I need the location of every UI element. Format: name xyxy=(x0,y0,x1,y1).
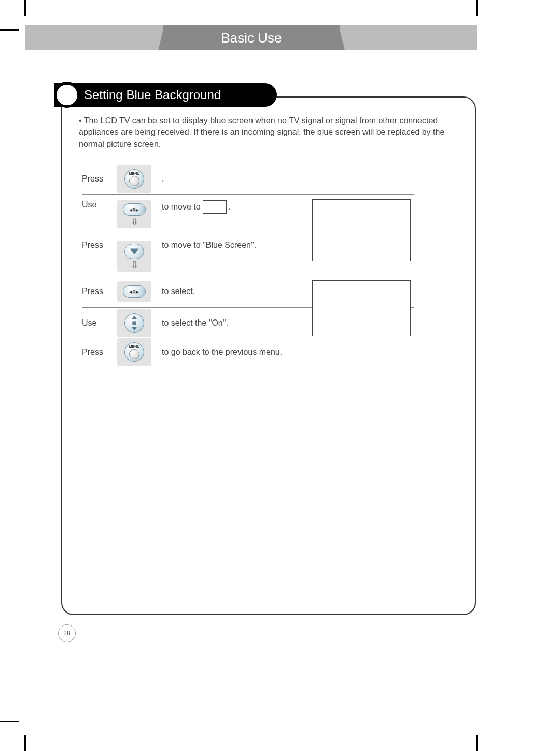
menu-button-icon xyxy=(124,169,144,189)
down-arrow-icon: ⇩ xyxy=(131,218,138,225)
step-desc: . xyxy=(229,202,231,212)
left-right-button-icon: ◂◊▸ xyxy=(123,203,146,216)
crop-mark xyxy=(0,721,19,722)
step-desc: to go back to the previous menu. xyxy=(162,347,282,357)
step-label: Press xyxy=(82,174,117,184)
steps-table: Press . Use ◂◊▸ ⇩ to move to . Press xyxy=(82,164,414,367)
header-title: Basic Use xyxy=(221,30,282,46)
down-arrow-icon: ⇩ xyxy=(131,261,138,269)
step-desc: to select the "On". xyxy=(162,318,228,328)
step-desc: to move to "Blue Screen". xyxy=(162,241,256,250)
crop-mark xyxy=(476,0,478,16)
step-desc: to move to xyxy=(162,202,201,212)
step-desc: . xyxy=(162,174,164,184)
svg-rect-3 xyxy=(132,321,136,325)
remote-button-group: ◂◊▸ ⇩ xyxy=(117,200,151,228)
down-button-icon xyxy=(124,244,144,259)
left-right-button-icon: ◂◊▸ xyxy=(123,285,146,298)
intro-text: • The LCD TV can be set to display blue … xyxy=(79,115,463,150)
remote-button-group xyxy=(117,165,151,193)
screenshot-placeholder xyxy=(312,280,411,336)
step-label: Press xyxy=(82,347,117,357)
step-label: Use xyxy=(82,200,117,210)
step-desc: to select. xyxy=(162,287,195,296)
remote-button-group: ◂◊▸ xyxy=(117,281,151,302)
svg-marker-2 xyxy=(132,327,137,330)
remote-button-group xyxy=(117,338,151,366)
step-label: Press xyxy=(82,241,117,250)
step-label: Use xyxy=(82,318,117,328)
crop-mark xyxy=(476,735,478,751)
svg-marker-1 xyxy=(132,316,137,319)
section-bullet xyxy=(54,82,80,108)
section-title: Setting Blue Background xyxy=(84,88,221,102)
svg-marker-0 xyxy=(130,248,139,254)
page-number: 28 xyxy=(58,624,76,642)
crop-mark xyxy=(24,0,26,16)
crop-mark xyxy=(24,735,26,751)
screenshot-placeholder xyxy=(312,199,411,261)
section-heading: Setting Blue Background xyxy=(54,83,277,107)
header-tab: Basic Use xyxy=(163,25,340,50)
remote-button-group xyxy=(117,309,151,337)
menu-button-icon xyxy=(124,342,144,362)
nav-4way-icon xyxy=(124,313,144,333)
step-label: Press xyxy=(82,287,117,296)
remote-button-group: ⇩ xyxy=(117,241,151,272)
blank-box xyxy=(203,200,227,214)
crop-mark xyxy=(0,29,19,31)
separator xyxy=(82,194,414,195)
